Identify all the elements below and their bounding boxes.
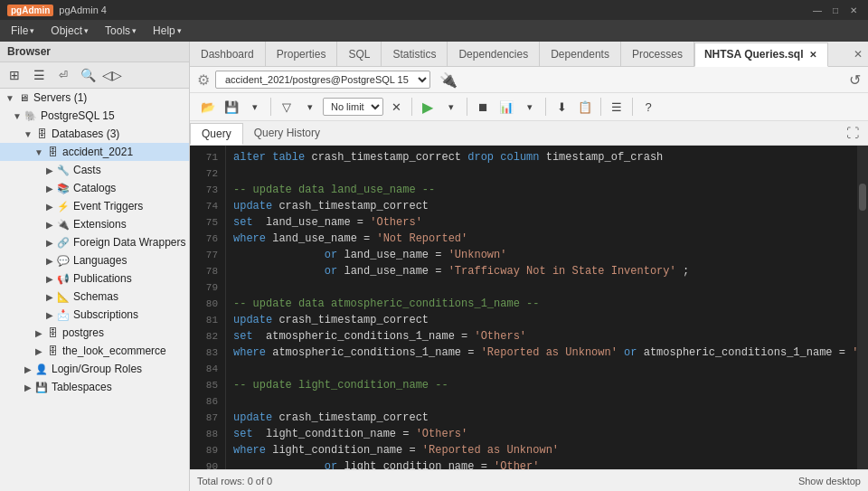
tab-dependents[interactable]: Dependents bbox=[540, 42, 621, 66]
rows-btn[interactable]: ☰ bbox=[606, 96, 627, 118]
stop-btn[interactable]: ⏹ bbox=[472, 96, 494, 118]
menu-tools[interactable]: Tools ▾ bbox=[98, 23, 144, 39]
sidebar-item-postgres[interactable]: ▶ 🗄 postgres bbox=[0, 324, 189, 342]
tab-properties[interactable]: Properties bbox=[266, 42, 338, 66]
sidebar-item-casts[interactable]: ▶ 🔧 Casts bbox=[0, 161, 189, 179]
tab-dependencies[interactable]: Dependencies bbox=[448, 42, 540, 66]
run-btn[interactable]: ▶ bbox=[417, 96, 439, 118]
toggle-icon[interactable]: ▶ bbox=[43, 236, 56, 249]
menu-help[interactable]: Help ▾ bbox=[146, 23, 189, 39]
code-line-88: set light_condition_name = 'Others' bbox=[233, 426, 850, 442]
sidebar-item-servers[interactable]: ▼ 🖥 Servers (1) bbox=[0, 89, 189, 107]
toggle-icon[interactable]: ▶ bbox=[22, 381, 34, 393]
toggle-icon[interactable]: ▼ bbox=[22, 127, 34, 140]
filter-btn[interactable]: ▽ bbox=[276, 96, 297, 118]
toggle-icon[interactable]: ▼ bbox=[4, 91, 16, 104]
app-title: pgAdmin 4 bbox=[59, 5, 107, 15]
sidebar-item-publications[interactable]: ▶ 📢 Publications bbox=[0, 269, 189, 288]
close-button[interactable]: ✕ bbox=[846, 3, 861, 17]
ln-78: 78 bbox=[190, 263, 225, 279]
sidebar-item-databases[interactable]: ▼ 🗄 Databases (3) bbox=[0, 125, 189, 143]
sidebar-item-postgresql[interactable]: ▼ 🐘 PostgreSQL 15 bbox=[0, 107, 189, 125]
sidebar-item-login-roles[interactable]: ▶ 👤 Login/Group Roles bbox=[0, 360, 189, 378]
code-content[interactable]: alter table crash_timestamp_correct drop… bbox=[226, 146, 857, 469]
titlebar-controls[interactable]: — □ ✕ bbox=[810, 3, 861, 17]
code-line-73: -- update data land_use_name -- bbox=[233, 182, 850, 198]
ln-87: 87 bbox=[190, 410, 225, 426]
maximize-button[interactable]: □ bbox=[828, 3, 843, 17]
ln-88: 88 bbox=[190, 426, 225, 442]
toggle-icon[interactable]: ▶ bbox=[43, 308, 56, 321]
toggle-icon[interactable]: ▶ bbox=[43, 290, 56, 303]
toggle-icon[interactable]: ▶ bbox=[43, 272, 56, 285]
close-panel-button[interactable]: ✕ bbox=[848, 48, 868, 61]
tab-dashboard[interactable]: Dashboard bbox=[190, 42, 266, 66]
db-connect-icon[interactable]: 🔌 bbox=[439, 71, 458, 89]
sidebar-item-catalogs[interactable]: ▶ 📚 Catalogs bbox=[0, 179, 189, 197]
sidebar-item-event-triggers[interactable]: ▶ ⚡ Event Triggers bbox=[0, 197, 189, 215]
clear-btn[interactable]: ✕ bbox=[385, 96, 407, 118]
tab-nhtsa-queries[interactable]: NHTSA Queries.sql ✕ bbox=[694, 42, 828, 67]
sidebar-item-tablespaces[interactable]: ▶ 💾 Tablespaces bbox=[0, 378, 189, 396]
save-file-btn[interactable]: 💾 bbox=[221, 96, 242, 118]
sidebar-item-look-ecommerce[interactable]: ▶ 🗄 the_look_ecommerce bbox=[0, 342, 189, 360]
code-line-89: where light_condition_name = 'Reported a… bbox=[233, 442, 850, 458]
toggle-icon[interactable]: ▶ bbox=[43, 218, 56, 231]
minimize-button[interactable]: — bbox=[810, 3, 825, 17]
toggle-icon[interactable]: ▶ bbox=[43, 164, 56, 176]
code-line-83: where atmospheric_conditions_1_name = 'R… bbox=[233, 345, 850, 361]
sidebar-item-foreign-data-wrappers[interactable]: ▶ 🔗 Foreign Data Wrappers bbox=[0, 233, 189, 251]
menu-file[interactable]: File ▾ bbox=[4, 23, 42, 39]
toggle-icon[interactable]: ▼ bbox=[11, 109, 24, 122]
sidebar-item-extensions[interactable]: ▶ 🔌 Extensions bbox=[0, 215, 189, 233]
fullscreen-icon[interactable]: ⛶ bbox=[841, 124, 864, 142]
sidebar-item-subscriptions[interactable]: ▶ 📩 Subscriptions bbox=[0, 306, 189, 324]
toggle-icon[interactable]: ▶ bbox=[43, 254, 56, 267]
run-options-btn[interactable]: ▾ bbox=[440, 96, 462, 118]
code-line-82: set atmospheric_conditions_1_name = 'Oth… bbox=[233, 328, 850, 345]
help-btn[interactable]: ? bbox=[637, 96, 659, 118]
toggle-icon[interactable]: ▶ bbox=[33, 345, 45, 357]
toggle-icon[interactable]: ▶ bbox=[22, 363, 34, 375]
event-triggers-label: Event Triggers bbox=[73, 200, 143, 212]
tab-close-button[interactable]: ✕ bbox=[807, 50, 818, 60]
sidebar-item-accident2021[interactable]: ▼ 🗄 accident_2021 bbox=[0, 143, 189, 161]
toggle-icon[interactable]: ▶ bbox=[33, 326, 45, 339]
row-limit-select[interactable]: No limit 100 500 1000 bbox=[323, 98, 383, 116]
explain-options-btn[interactable]: ▾ bbox=[519, 96, 541, 118]
tab-processes[interactable]: Processes bbox=[621, 42, 694, 66]
postgresql-label: PostgreSQL 15 bbox=[41, 109, 115, 122]
sidebar-filter-btn[interactable]: ⏎ bbox=[52, 64, 74, 86]
sidebar-item-languages[interactable]: ▶ 💬 Languages bbox=[0, 251, 189, 269]
scrollbar-thumb[interactable] bbox=[859, 184, 866, 211]
explain-btn[interactable]: 📊 bbox=[495, 96, 517, 118]
download-csv-btn[interactable]: ⬇ bbox=[551, 96, 572, 118]
connection-select[interactable]: accident_2021/postgres@PostgreSQL 15 bbox=[215, 71, 430, 89]
separator6 bbox=[632, 98, 633, 116]
download-options-btn[interactable]: 📋 bbox=[574, 96, 596, 118]
show-desktop-btn[interactable]: Show desktop bbox=[798, 476, 861, 486]
query-toolbar: 📂 💾 ▾ ▽ ▾ No limit 100 500 1000 ✕ ▶ ▾ ⏹ … bbox=[190, 93, 868, 121]
tab-statistics[interactable]: Statistics bbox=[382, 42, 448, 66]
filter-options-btn[interactable]: ▾ bbox=[299, 96, 321, 118]
sidebar-list-btn[interactable]: ☰ bbox=[28, 64, 50, 86]
code-line-78: or land_use_name = 'Trafficway Not in St… bbox=[233, 263, 850, 279]
menu-object[interactable]: Object ▾ bbox=[43, 23, 96, 39]
tab-sql[interactable]: SQL bbox=[337, 42, 382, 66]
sidebar-search-btn[interactable]: 🔍 bbox=[77, 64, 99, 86]
open-file-btn[interactable]: 📂 bbox=[197, 96, 219, 118]
toggle-icon[interactable]: ▶ bbox=[43, 182, 56, 194]
code-line-72 bbox=[233, 165, 850, 182]
save-options-btn[interactable]: ▾ bbox=[244, 96, 266, 118]
tab-query[interactable]: Query bbox=[190, 123, 243, 145]
sidebar-refresh-btn[interactable]: ⊞ bbox=[4, 64, 25, 86]
code-editor[interactable]: 71 72 73 74 75 76 77 78 79 80 81 82 83 8… bbox=[190, 146, 868, 469]
toggle-icon[interactable]: ▶ bbox=[43, 200, 56, 212]
sidebar-nav-btn[interactable]: ◁▷ bbox=[101, 64, 123, 86]
reset-button[interactable]: ↺ bbox=[849, 71, 861, 89]
sidebar-item-schemas[interactable]: ▶ 📐 Schemas bbox=[0, 288, 189, 306]
tab-query-history[interactable]: Query History bbox=[243, 123, 331, 145]
databases-icon: 🗄 bbox=[34, 127, 49, 141]
toggle-icon[interactable]: ▼ bbox=[33, 146, 45, 158]
vertical-scrollbar[interactable] bbox=[857, 146, 868, 469]
